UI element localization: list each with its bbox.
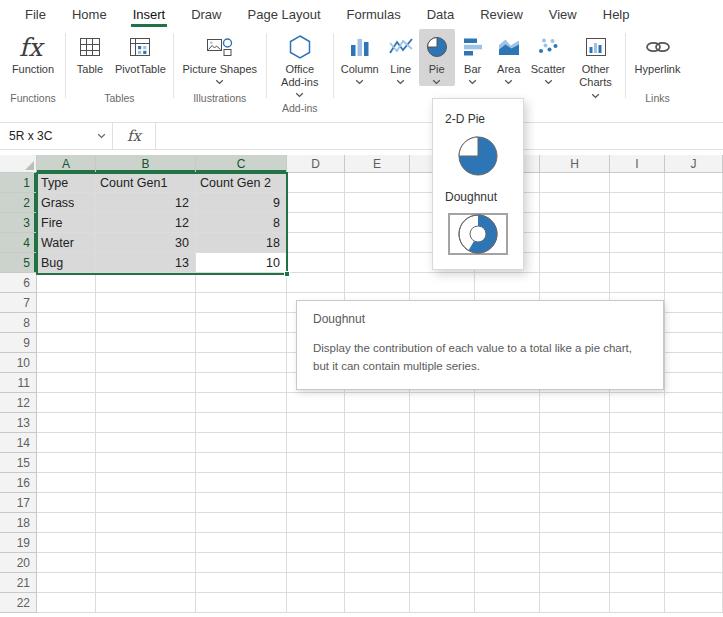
cell-c14[interactable]: [196, 433, 287, 453]
cell-j10[interactable]: [665, 353, 723, 373]
cell-b15[interactable]: [96, 453, 196, 473]
column-header-a[interactable]: A: [37, 155, 96, 173]
row-header-11[interactable]: 11: [0, 373, 37, 393]
cell-e21[interactable]: [345, 573, 410, 593]
cell-j15[interactable]: [665, 453, 723, 473]
cell-h4[interactable]: [540, 233, 610, 253]
cell-g15[interactable]: [475, 453, 540, 473]
cell-j13[interactable]: [665, 413, 723, 433]
cell-i3[interactable]: [610, 213, 665, 233]
cell-a18[interactable]: [37, 513, 96, 533]
cell-e1[interactable]: [345, 173, 410, 193]
cell-f6[interactable]: [410, 273, 475, 293]
cell-h5[interactable]: [540, 253, 610, 273]
cell-d18[interactable]: [287, 513, 345, 533]
row-header-5[interactable]: 5: [0, 253, 37, 273]
cell-h6[interactable]: [540, 273, 610, 293]
cell-e6[interactable]: [345, 273, 410, 293]
cell-e16[interactable]: [345, 473, 410, 493]
menu-tab-page-layout[interactable]: Page Layout: [235, 0, 334, 28]
cell-j8[interactable]: [665, 313, 723, 333]
function-button[interactable]: fxFunction: [4, 29, 62, 77]
cell-i18[interactable]: [610, 513, 665, 533]
cell-a2[interactable]: Grass: [37, 193, 96, 213]
cell-d16[interactable]: [287, 473, 345, 493]
cell-i1[interactable]: [610, 173, 665, 193]
cell-d3[interactable]: [287, 213, 345, 233]
cell-b9[interactable]: [96, 333, 196, 353]
cell-b18[interactable]: [96, 513, 196, 533]
cell-i20[interactable]: [610, 553, 665, 573]
cell-a3[interactable]: Fire: [37, 213, 96, 233]
cell-g19[interactable]: [475, 533, 540, 553]
menu-tab-view[interactable]: View: [536, 0, 590, 28]
picture-shapes-button[interactable]: Picture Shapes: [177, 29, 263, 86]
cell-c5[interactable]: 10: [196, 253, 287, 273]
cell-c19[interactable]: [196, 533, 287, 553]
row-header-18[interactable]: 18: [0, 513, 37, 533]
row-header-16[interactable]: 16: [0, 473, 37, 493]
row-header-1[interactable]: 1: [0, 173, 37, 193]
cell-h14[interactable]: [540, 433, 610, 453]
cell-g6[interactable]: [475, 273, 540, 293]
cell-a8[interactable]: [37, 313, 96, 333]
cell-c18[interactable]: [196, 513, 287, 533]
cell-b22[interactable]: [96, 593, 196, 613]
cell-f15[interactable]: [410, 453, 475, 473]
cell-i4[interactable]: [610, 233, 665, 253]
cell-e18[interactable]: [345, 513, 410, 533]
menu-tab-formulas[interactable]: Formulas: [334, 0, 414, 28]
cell-a9[interactable]: [37, 333, 96, 353]
cell-b3[interactable]: 12: [96, 213, 196, 233]
cell-e2[interactable]: [345, 193, 410, 213]
row-header-14[interactable]: 14: [0, 433, 37, 453]
cell-j5[interactable]: [665, 253, 723, 273]
cell-a20[interactable]: [37, 553, 96, 573]
2-d-pie-option[interactable]: [448, 135, 508, 177]
cell-j20[interactable]: [665, 553, 723, 573]
cell-j22[interactable]: [665, 593, 723, 613]
cell-h17[interactable]: [540, 493, 610, 513]
cell-a15[interactable]: [37, 453, 96, 473]
cell-c21[interactable]: [196, 573, 287, 593]
cell-h21[interactable]: [540, 573, 610, 593]
cell-j1[interactable]: [665, 173, 723, 193]
menu-tab-insert[interactable]: Insert: [120, 0, 179, 28]
cell-c22[interactable]: [196, 593, 287, 613]
row-header-3[interactable]: 3: [0, 213, 37, 233]
cell-i14[interactable]: [610, 433, 665, 453]
cell-f19[interactable]: [410, 533, 475, 553]
cell-d20[interactable]: [287, 553, 345, 573]
cell-b7[interactable]: [96, 293, 196, 313]
cell-c6[interactable]: [196, 273, 287, 293]
cell-f12[interactable]: [410, 393, 475, 413]
cell-g22[interactable]: [475, 593, 540, 613]
cell-b5[interactable]: 13: [96, 253, 196, 273]
cell-a10[interactable]: [37, 353, 96, 373]
cell-a1[interactable]: Type: [37, 173, 96, 193]
cell-f21[interactable]: [410, 573, 475, 593]
office-add-ins-button[interactable]: Office Add-ins: [270, 29, 330, 99]
cell-b14[interactable]: [96, 433, 196, 453]
cell-d12[interactable]: [287, 393, 345, 413]
cell-f16[interactable]: [410, 473, 475, 493]
cell-e19[interactable]: [345, 533, 410, 553]
cell-a21[interactable]: [37, 573, 96, 593]
cell-i13[interactable]: [610, 413, 665, 433]
cell-j9[interactable]: [665, 333, 723, 353]
cell-c20[interactable]: [196, 553, 287, 573]
menu-tab-review[interactable]: Review: [467, 0, 536, 28]
cell-b4[interactable]: 30: [96, 233, 196, 253]
column-header-b[interactable]: B: [96, 155, 196, 173]
cell-d6[interactable]: [287, 273, 345, 293]
cell-d2[interactable]: [287, 193, 345, 213]
area-button[interactable]: Area: [491, 29, 527, 86]
row-header-21[interactable]: 21: [0, 573, 37, 593]
column-header-i[interactable]: I: [610, 155, 665, 173]
cell-b12[interactable]: [96, 393, 196, 413]
other-charts-button[interactable]: Other Charts: [570, 29, 622, 104]
cell-a6[interactable]: [37, 273, 96, 293]
cell-d17[interactable]: [287, 493, 345, 513]
column-header-j[interactable]: J: [665, 155, 723, 173]
cell-c11[interactable]: [196, 373, 287, 393]
